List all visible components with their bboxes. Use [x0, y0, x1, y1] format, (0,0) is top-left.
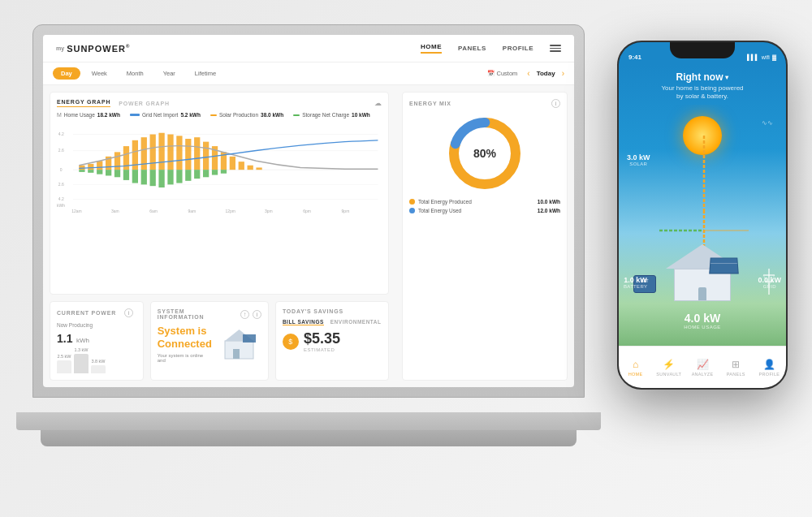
phone-nav-home[interactable]: ⌂ HOME [619, 359, 652, 377]
current-power-info[interactable]: i [124, 308, 133, 317]
svg-rect-59 [233, 349, 240, 359]
svg-rect-39 [141, 170, 147, 184]
status-icons: ▌▌▌ wifi ▓ [747, 54, 776, 60]
svg-text:6pm: 6pm [303, 209, 311, 213]
profile-nav-label: PROFILE [759, 372, 780, 377]
energy-graph-tab[interactable]: ENERGY GRAPH [57, 99, 110, 107]
savings-header: TODAY'S SAVINGS [283, 308, 382, 314]
period-day[interactable]: Day [53, 67, 80, 80]
energy-mix-card: ENERGY MIX i [402, 92, 568, 381]
legend-storage: Storage Net Charge 10 kWh [293, 112, 370, 118]
home-nav-label: HOME [628, 372, 643, 377]
current-power-title: CURRENT POWER [57, 310, 116, 316]
savings-title: TODAY'S SAVINGS [283, 308, 343, 314]
svg-text:12am: 12am [71, 209, 82, 213]
home-usage-label: 4.0 kW HOME USAGE [684, 312, 721, 330]
current-power-header: CURRENT POWER i [57, 308, 136, 317]
logo-my: my [56, 45, 64, 51]
system-info-icon[interactable]: i [253, 310, 261, 319]
phone-content-header: Right now ▾ Your home is being poweredby… [619, 65, 786, 105]
period-week[interactable]: Week [84, 67, 115, 80]
today-nav: ‹ Today › [527, 69, 564, 78]
right-now-chevron[interactable]: ▾ [725, 74, 728, 81]
svg-text:0: 0 [60, 167, 63, 172]
period-month[interactable]: Month [119, 67, 152, 80]
svg-rect-24 [194, 137, 200, 170]
logo-sunpower: SUNPOWER® [67, 44, 130, 54]
svg-rect-33 [88, 170, 93, 173]
system-card-inner: System isConnected Your system is online… [158, 325, 261, 364]
system-desc: Your system is online and [158, 353, 212, 363]
svg-rect-13 [97, 161, 102, 170]
system-share-icon[interactable]: ↑ [240, 310, 249, 319]
prev-arrow[interactable]: ‹ [527, 69, 529, 78]
hamburger-menu[interactable] [550, 45, 561, 52]
energy-mix-info[interactable]: i [551, 99, 560, 108]
laptop-foot [41, 430, 577, 446]
svg-rect-46 [203, 170, 209, 177]
legend-grid: Grid Net Import 5.2 kWh [130, 112, 201, 118]
sun [683, 116, 722, 155]
savings-est: ESTIMATED [304, 347, 340, 352]
nav-panels[interactable]: PANELS [458, 45, 486, 52]
svg-text:9am: 9am [188, 209, 196, 213]
svg-text:3am: 3am [111, 209, 119, 213]
status-time: 9:41 [628, 54, 641, 61]
svg-rect-44 [185, 170, 191, 181]
signal-icon: ▌▌▌ [747, 54, 759, 60]
phone-nav-analyze[interactable]: 📈 ANALYZE [685, 359, 719, 377]
dollar-icon: $ [283, 334, 299, 350]
analyze-nav-label: ANALYZE [692, 372, 714, 377]
svg-rect-60 [243, 334, 256, 343]
custom-button[interactable]: 📅 Custom [487, 70, 518, 77]
analyze-nav-icon: 📈 [697, 359, 709, 370]
svg-rect-48 [221, 170, 227, 174]
power-graph-tab[interactable]: POWER GRAPH [119, 101, 169, 106]
svg-rect-36 [114, 170, 120, 177]
nav-profile[interactable]: PROFILE [503, 45, 533, 52]
nav-home[interactable]: HOME [421, 43, 442, 54]
phone-nav-sunvault[interactable]: ⚡ SUNVAULT [652, 359, 685, 377]
sunvault-nav-icon: ⚡ [663, 359, 675, 370]
savings-tabs: BILL SAVINGS ENVIRONMENTAL [283, 319, 382, 325]
period-year[interactable]: Year [155, 67, 184, 80]
sunvault-nav-label: SUNVAULT [656, 372, 681, 377]
app-nav: HOME PANELS PROFILE [421, 43, 533, 54]
power-value: 1.1 [57, 332, 72, 345]
produced-dot [409, 199, 415, 205]
svg-rect-32 [79, 170, 84, 172]
energy-mix-header: ENERGY MIX i [409, 99, 560, 108]
bar-label-2: 1.3 kW [74, 347, 88, 352]
savings-tab-env[interactable]: ENVIRONMENTAL [330, 319, 382, 325]
svg-text:3pm: 3pm [265, 209, 273, 213]
home-nav-icon: ⌂ [633, 359, 638, 370]
legend-produced: Total Energy Produced 10.0 kWh [409, 199, 560, 205]
download-icon[interactable]: ☁ [374, 99, 382, 107]
period-lifetime[interactable]: Lifetime [187, 67, 224, 80]
power-bar-2 [74, 354, 89, 373]
power-bar-3 [91, 365, 106, 373]
energy-mix-title: ENERGY MIX [409, 101, 451, 106]
svg-rect-12 [88, 164, 93, 170]
left-panel: ENERGY GRAPH POWER GRAPH ☁ M Home Usage [43, 85, 395, 387]
svg-text:80%: 80% [473, 147, 497, 160]
svg-rect-23 [185, 139, 191, 170]
savings-tab-bill[interactable]: BILL SAVINGS [283, 319, 324, 325]
svg-rect-35 [106, 170, 111, 175]
phone-subtitle: Your home is being poweredby solar & bat… [630, 84, 775, 101]
svg-rect-43 [176, 170, 182, 183]
system-info-card: SYSTEM INFORMATION ↑ i System isC [150, 301, 269, 381]
svg-rect-45 [194, 170, 200, 179]
period-bar: Day Week Month Year Lifetime 📅 Custom ‹ … [43, 62, 574, 85]
energy-chart: 4.2 2.6 0 2.6 4.2 kWh [57, 123, 382, 220]
power-label: Now Producing [57, 322, 136, 328]
battery-label: 1.0 kW BATTERY [624, 276, 647, 289]
donut-chart: 80% [444, 113, 525, 194]
phone-nav-panels[interactable]: ⊞ PANELS [719, 359, 753, 377]
phone-notch [670, 42, 735, 58]
system-info-title: SYSTEM INFORMATION [158, 308, 232, 320]
phone-nav-profile[interactable]: 👤 PROFILE [753, 359, 786, 377]
svg-text:2.6: 2.6 [58, 182, 64, 187]
next-arrow[interactable]: › [562, 69, 564, 78]
profile-nav-icon: 👤 [763, 359, 775, 370]
